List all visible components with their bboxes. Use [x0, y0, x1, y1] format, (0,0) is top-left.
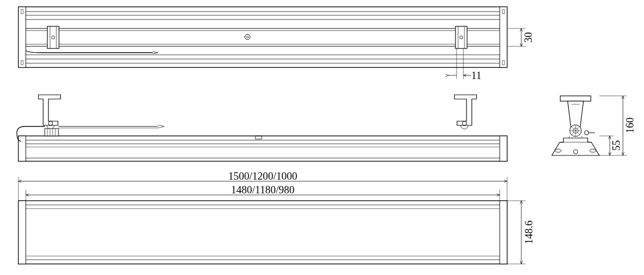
top-view: 30 11 [18, 7, 534, 81]
svg-rect-43 [18, 136, 26, 161]
svg-rect-12 [500, 7, 507, 67]
side-view [17, 95, 507, 161]
svg-rect-56 [18, 201, 26, 264]
cable-gland-icon [45, 129, 58, 136]
svg-text:148.6: 148.6 [523, 221, 534, 244]
svg-text:1500/1200/1000: 1500/1200/1000 [228, 170, 297, 182]
dim-inner-length: 1480/1180/980 [26, 184, 500, 201]
svg-rect-38 [18, 136, 507, 161]
svg-rect-44 [500, 136, 507, 161]
dim-bottom-height: 148.6 [507, 201, 534, 264]
bottom-view: 1500/1200/1000 1480/1180/980 148.6 [18, 170, 534, 264]
svg-text:11: 11 [471, 70, 481, 81]
svg-rect-51 [18, 201, 507, 264]
dim-bracket-55: 55 [599, 136, 622, 155]
svg-rect-11 [18, 7, 26, 67]
bracket-end-view: 160 55 [552, 96, 636, 155]
svg-rect-0 [18, 7, 507, 67]
dim-slot-width: 30 [507, 28, 534, 46]
svg-text:160: 160 [624, 117, 636, 133]
left-clip-icon [47, 26, 59, 48]
right-clip-icon [455, 26, 467, 48]
technical-drawing: 30 11 [0, 0, 644, 275]
right-bracket-icon [454, 95, 477, 129]
svg-rect-17 [47, 26, 59, 48]
svg-rect-46 [45, 129, 58, 136]
svg-point-83 [584, 131, 589, 135]
svg-rect-57 [500, 201, 507, 264]
svg-text:55: 55 [610, 140, 622, 151]
svg-text:30: 30 [522, 32, 534, 43]
svg-text:1480/1180/980: 1480/1180/980 [231, 184, 294, 195]
svg-rect-21 [455, 26, 467, 48]
left-bracket-icon [38, 95, 61, 129]
svg-rect-70 [560, 96, 591, 101]
